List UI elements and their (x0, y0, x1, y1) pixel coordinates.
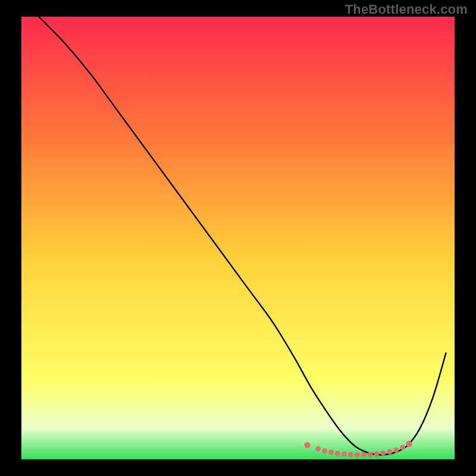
highlight-dot (335, 451, 340, 456)
highlight-dot (315, 446, 321, 452)
highlight-dot (406, 441, 412, 447)
chart-frame: TheBottleneck.com (0, 0, 476, 476)
highlight-dot (393, 447, 399, 453)
highlight-dot (374, 452, 380, 457)
highlight-dot (322, 448, 327, 453)
plot-background (21, 17, 455, 459)
highlight-dot (348, 452, 353, 457)
chart-svg (0, 0, 476, 476)
highlight-dot (368, 452, 373, 457)
highlight-dot (387, 449, 392, 455)
highlight-dot (400, 445, 405, 450)
highlight-dot (328, 450, 334, 455)
highlight-dot (304, 442, 310, 448)
highlight-dot (380, 450, 386, 456)
highlight-dot (355, 452, 360, 458)
watermark-text: TheBottleneck.com (345, 2, 468, 17)
highlight-dot (361, 452, 367, 458)
highlight-dot (342, 452, 347, 457)
